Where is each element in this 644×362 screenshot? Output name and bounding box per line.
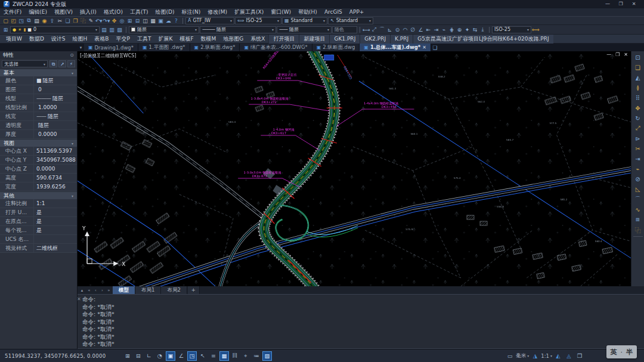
quick-select-icon[interactable]: ⧉ [49,60,57,67]
help-icon[interactable]: ? [172,17,180,24]
property-row[interactable]: 视觉样式 二维线框 [0,244,77,253]
project-menu-item[interactable]: 表格B [91,35,112,43]
menu-item[interactable]: 编辑(E) [25,8,51,16]
doc-tab-zongti[interactable]: ▣ 1.总体...车道).dwg* ✕ [360,44,431,51]
quick-props-toggle[interactable]: 目 [230,351,240,361]
dim-ordinate-icon[interactable]: ⊾ [386,26,394,33]
select-objects-icon[interactable]: ➚ [58,60,66,67]
doc-tab-pingmiantu[interactable]: ▣ 1.平面图 .dwg* ✕ [138,44,190,51]
layer-isolate-icon[interactable]: ▧ [116,26,123,33]
break-point-icon[interactable]: ⌁ [633,164,643,174]
dim-angular-icon[interactable]: ∠ [417,26,425,33]
dim-leader-icon[interactable]: ⌁ [440,26,448,33]
chamfer-icon[interactable]: ◺ [633,184,643,194]
sheet-set-icon[interactable]: ▦ [149,17,157,24]
property-row[interactable]: 在原点... 是 [0,217,77,226]
panel-collapse-icon[interactable]: ▴ [79,288,85,293]
layout-first-icon[interactable]: « [86,288,92,293]
project-button[interactable]: GK1.PRJ [329,35,360,44]
spline-edit-icon[interactable]: ∿ [633,205,643,214]
project-menu-item[interactable]: 地形图G [219,35,247,43]
copy-clip-icon[interactable]: ⿻ [633,225,643,234]
zoom-window-icon[interactable]: ⊞ [126,17,134,24]
cut-icon[interactable]: ✂ [56,17,64,24]
menu-item[interactable]: 视图(V) [51,8,76,16]
linetype-select[interactable]: ——— 随层 ▾ [200,26,276,33]
doc-tab-zongduanmian1[interactable]: ▣ 2.纵断面.dwg* ✕ [190,44,240,51]
units-icon[interactable]: ▭ [505,351,515,361]
dim-center-icon[interactable]: ⊕ [456,26,463,33]
project-menu-item[interactable]: 系统X [247,35,268,43]
project-menu-item[interactable]: 模板F [176,35,197,43]
section-header-view[interactable]: 视图 ▾ [0,139,77,147]
undo-icon[interactable]: ↶▾ [95,17,103,24]
match-properties-icon[interactable]: ✎ [87,17,95,24]
menu-item[interactable]: ArcGIS [321,8,346,16]
new-document-icon[interactable]: ❏ [431,44,439,51]
offset-icon[interactable]: ≬ [633,83,643,92]
copy-object-icon[interactable]: ❏ [633,63,643,72]
layer-manager-icon[interactable]: ⊞ [2,26,10,33]
layer-previous-icon[interactable]: ▤ [100,26,108,33]
dim-aligned-icon[interactable]: ⤢ [370,26,378,33]
property-row[interactable]: 颜色 ■随层 [0,76,77,85]
zoom-realtime-icon[interactable]: ◎ [118,17,126,24]
property-row[interactable]: 线型比例 1.0000 [0,103,77,112]
project-menu-item[interactable]: 项目W [2,35,26,43]
menu-item[interactable]: 标注(N) [178,8,204,16]
copy-icon[interactable]: ❏ [64,17,72,24]
ducs-toggle[interactable]: ◳ [187,351,197,361]
osnap-toggle[interactable]: ▣ [166,351,175,361]
grid-toggle[interactable]: ⊞ [123,351,132,361]
annotation-add-icon[interactable]: ◬ [564,351,574,361]
viewport-controls[interactable]: [-][俯视][二维线框][WCS] [80,52,136,59]
ortho-toggle[interactable]: ∟ [144,351,154,361]
command-history[interactable]: ✕ 命令:命令: *取消*命令: *取消*命令: *取消*命令: *取消*命令:… [78,294,644,348]
viewports-icon[interactable]: ◫ [141,17,149,24]
zoom-previous-icon[interactable]: ⊟ [134,17,141,24]
property-row[interactable]: 图层 0 [0,85,77,94]
layout-prev-icon[interactable]: ‹ [92,288,99,293]
field-icon[interactable]: ▣ [157,17,165,24]
project-button[interactable]: G5京昆高速汉广扩容项目LJ9合同段K64+020改路.PRJ [413,35,553,44]
property-row[interactable]: 高度 590.6734 [0,174,77,182]
explode-icon[interactable]: ⧈ [633,215,643,224]
mleader-style-select[interactable]: ↖ Standard ▾ [328,17,373,24]
project-menu-item[interactable]: 平交P [113,35,134,43]
property-row[interactable]: 线型 ———随层 [0,94,77,103]
fillet-icon[interactable]: ⌒ [633,194,643,204]
menu-item[interactable]: 扩展工具(X) [231,8,267,16]
cloud-icon[interactable]: ☁ [165,17,172,24]
save-all-icon[interactable]: ⧉ [25,17,33,24]
project-button[interactable]: 新建项目 [299,35,329,44]
minimize-button[interactable]: — [601,1,614,8]
ime-indicator[interactable]: 英 · 半 [606,345,637,358]
dim-continue-icon[interactable]: ⇥ [432,26,440,33]
project-menu-item[interactable]: 数模M [197,35,220,43]
close-button[interactable]: ✕ [627,1,640,8]
project-menu-item[interactable]: 扩展K [154,35,176,43]
snap-toggle[interactable]: ⊟ [134,351,143,361]
property-row[interactable]: 宽度 1939.6256 [0,182,77,191]
break-icon[interactable]: ⊘ [633,174,643,184]
annotation-toggle[interactable]: ≔ [252,351,261,361]
annotation-auto-icon[interactable]: ◭ [553,351,563,361]
preview-icon[interactable]: ◉ [41,17,48,24]
layer-states-icon[interactable]: ▥ [108,26,116,33]
scale-icon[interactable]: ⤢ [633,123,643,133]
annotation-visibility-icon[interactable]: ◮ [530,351,540,361]
table-style-select[interactable]: ▦ Standard ▾ [282,17,327,24]
toggle-pickadd-icon[interactable]: ⚡ [67,60,75,67]
dim-style-manager-icon[interactable]: ⟺ [532,26,540,33]
property-row[interactable]: 中心点 X 511369.5397 [0,147,77,156]
open-icon[interactable]: ◰ [10,17,17,24]
project-button[interactable]: 打开项目 [268,35,299,44]
extend-icon[interactable]: ⇥ [633,154,643,163]
menu-item[interactable]: 文件(F) [0,8,25,16]
paste-icon[interactable]: ❐ [72,17,79,24]
trim-icon[interactable]: ✂ [633,144,643,153]
property-row[interactable]: 每个视... 是 [0,226,77,235]
menu-item[interactable]: 插入(I) [76,8,100,16]
cycling-toggle[interactable]: ⌖ [241,351,250,361]
doc-tab-drawing1[interactable]: ▣ Drawing1.dwg* ✕ [84,44,138,51]
